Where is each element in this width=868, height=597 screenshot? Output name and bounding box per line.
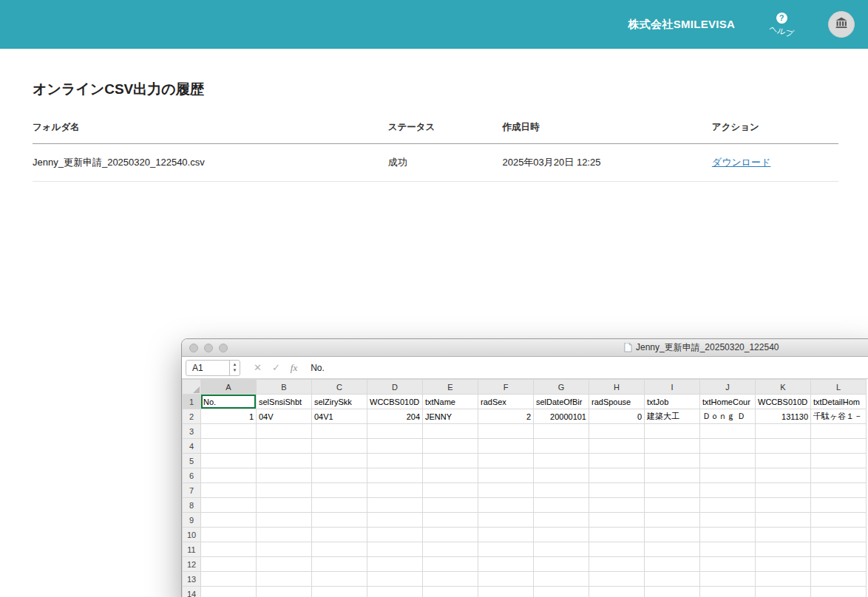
cell-C6[interactable] xyxy=(312,468,367,483)
cell-F5[interactable] xyxy=(478,454,534,468)
select-all-corner[interactable] xyxy=(183,380,201,395)
cell-E9[interactable] xyxy=(423,513,478,528)
cell-B7[interactable] xyxy=(257,483,312,498)
cell-B6[interactable] xyxy=(257,468,312,483)
minimize-window-button[interactable] xyxy=(204,344,213,352)
column-header-A[interactable]: A xyxy=(201,380,257,395)
cell-J11[interactable] xyxy=(700,542,756,557)
cell-B8[interactable] xyxy=(257,498,312,513)
cell-L1[interactable]: txtDetailHom xyxy=(811,395,867,409)
column-header-E[interactable]: E xyxy=(423,380,478,395)
cell-B10[interactable] xyxy=(257,528,312,542)
row-header-12[interactable]: 12 xyxy=(183,557,201,572)
cell-I12[interactable] xyxy=(645,557,700,572)
close-window-button[interactable] xyxy=(189,344,198,352)
cell-L11[interactable] xyxy=(811,542,867,557)
cell-A11[interactable] xyxy=(201,542,257,557)
cell-F3[interactable] xyxy=(478,424,534,439)
download-link[interactable]: ダウンロード xyxy=(712,157,771,168)
cell-G12[interactable] xyxy=(534,557,589,572)
cell-J6[interactable] xyxy=(700,468,756,483)
cell-J5[interactable] xyxy=(700,454,756,468)
cell-A3[interactable] xyxy=(201,424,257,439)
cell-C13[interactable] xyxy=(312,572,367,587)
cell-A14[interactable] xyxy=(201,587,257,597)
row-header-13[interactable]: 13 xyxy=(183,572,201,587)
cell-K5[interactable] xyxy=(756,454,811,468)
cell-F4[interactable] xyxy=(478,439,534,454)
zoom-window-button[interactable] xyxy=(219,344,228,352)
insert-function-icon[interactable]: fx xyxy=(291,362,297,374)
cell-L2[interactable]: 千駄ヶ谷１－ xyxy=(811,409,867,424)
row-header-1[interactable]: 1 xyxy=(183,395,201,409)
cell-K2[interactable]: 131130 xyxy=(756,409,811,424)
cell-K3[interactable] xyxy=(756,424,811,439)
cell-H4[interactable] xyxy=(589,439,645,454)
cell-E1[interactable]: txtName xyxy=(423,395,478,409)
cell-E3[interactable] xyxy=(423,424,478,439)
cell-C8[interactable] xyxy=(312,498,367,513)
cell-G3[interactable] xyxy=(534,424,589,439)
cell-D11[interactable] xyxy=(367,542,423,557)
cell-J10[interactable] xyxy=(700,528,756,542)
cell-K4[interactable] xyxy=(756,439,811,454)
cell-L9[interactable] xyxy=(811,513,867,528)
cell-F13[interactable] xyxy=(478,572,534,587)
cell-E5[interactable] xyxy=(423,454,478,468)
cell-H14[interactable] xyxy=(589,587,645,597)
cell-B4[interactable] xyxy=(257,439,312,454)
cell-L8[interactable] xyxy=(811,498,867,513)
cell-I11[interactable] xyxy=(645,542,700,557)
cell-E2[interactable]: JENNY xyxy=(423,409,478,424)
cell-L10[interactable] xyxy=(811,528,867,542)
cell-G4[interactable] xyxy=(534,439,589,454)
row-header-2[interactable]: 2 xyxy=(183,409,201,424)
cell-B14[interactable] xyxy=(257,587,312,597)
cell-D3[interactable] xyxy=(367,424,423,439)
cell-K1[interactable]: WCCBS010D xyxy=(756,395,811,409)
cell-D2[interactable]: 204 xyxy=(367,409,423,424)
cell-F12[interactable] xyxy=(478,557,534,572)
formula-input[interactable]: No. xyxy=(311,363,325,373)
cell-G9[interactable] xyxy=(534,513,589,528)
cell-H10[interactable] xyxy=(589,528,645,542)
cell-K13[interactable] xyxy=(756,572,811,587)
cell-A2[interactable]: 1 xyxy=(201,409,257,424)
cell-I5[interactable] xyxy=(645,454,700,468)
cell-G7[interactable] xyxy=(534,483,589,498)
cell-H13[interactable] xyxy=(589,572,645,587)
cell-E14[interactable] xyxy=(423,587,478,597)
cell-I13[interactable] xyxy=(645,572,700,587)
cell-E7[interactable] xyxy=(423,483,478,498)
cell-F1[interactable]: radSex xyxy=(478,395,534,409)
cell-I8[interactable] xyxy=(645,498,700,513)
cell-K14[interactable] xyxy=(756,587,811,597)
cell-E11[interactable] xyxy=(423,542,478,557)
cell-C12[interactable] xyxy=(312,557,367,572)
cell-E10[interactable] xyxy=(423,528,478,542)
cell-B1[interactable]: selSnsiShbt xyxy=(257,395,312,409)
cell-E12[interactable] xyxy=(423,557,478,572)
cell-D9[interactable] xyxy=(367,513,423,528)
cell-C2[interactable]: 04V1 xyxy=(312,409,367,424)
cell-K11[interactable] xyxy=(756,542,811,557)
row-header-5[interactable]: 5 xyxy=(183,454,201,468)
cell-A1[interactable]: No. xyxy=(201,395,257,409)
cell-C9[interactable] xyxy=(312,513,367,528)
cell-H3[interactable] xyxy=(589,424,645,439)
cell-H2[interactable]: 0 xyxy=(589,409,645,424)
cell-G6[interactable] xyxy=(534,468,589,483)
cell-G2[interactable]: 20000101 xyxy=(534,409,589,424)
column-header-D[interactable]: D xyxy=(367,380,423,395)
cell-C11[interactable] xyxy=(312,542,367,557)
cell-K7[interactable] xyxy=(756,483,811,498)
cell-B12[interactable] xyxy=(257,557,312,572)
row-header-11[interactable]: 11 xyxy=(183,542,201,557)
cell-D6[interactable] xyxy=(367,468,423,483)
cancel-entry-icon[interactable]: ✕ xyxy=(254,362,262,373)
row-header-10[interactable]: 10 xyxy=(183,528,201,542)
user-avatar[interactable] xyxy=(828,11,855,38)
cell-A5[interactable] xyxy=(201,454,257,468)
cell-J14[interactable] xyxy=(700,587,756,597)
cell-A7[interactable] xyxy=(201,483,257,498)
